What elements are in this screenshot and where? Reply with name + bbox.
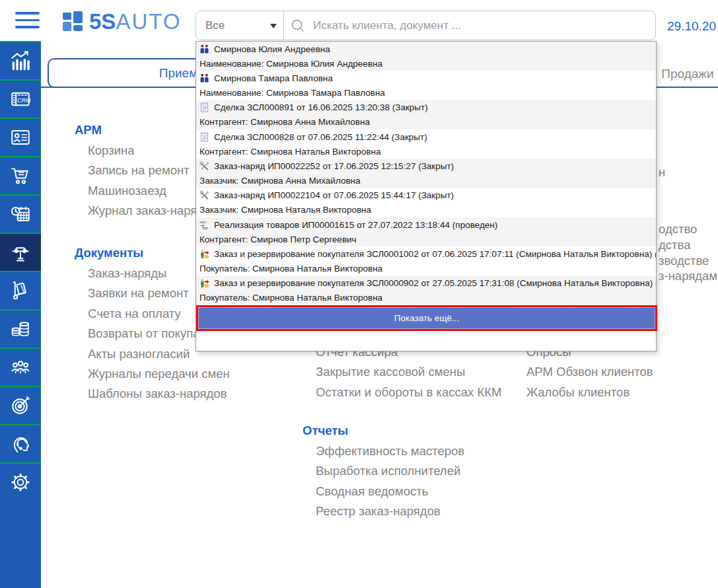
result-desc: Наименование: Смирнова Тамара Павловна: [196, 85, 656, 100]
reserve-order-icon: [199, 249, 210, 259]
tab-prodazhi[interactable]: Продажи: [659, 67, 716, 81]
svg-text:накл: накл: [200, 220, 207, 223]
sidebar-item-crm[interactable]: CRM: [0, 79, 41, 118]
search-result[interactable]: Заказ и резервирование покупателя ЗСЛ000…: [196, 246, 656, 276]
search-result[interactable]: наклРеализация товаров ИП00001615 от 27.…: [196, 217, 656, 246]
top-header: 5SAUTO Все 29.10.20: [0, 0, 718, 41]
menu-item-svodnaya-vedomost[interactable]: Сводная ведомость: [303, 482, 464, 501]
result-title: Реализация товаров ИП00001615 от 27.07.2…: [214, 220, 497, 230]
sidebar-item-analytics[interactable]: [0, 41, 41, 79]
deal-icon: [199, 132, 210, 142]
show-more-label: Показать ещё...: [394, 313, 460, 323]
search-scope-select[interactable]: Все: [196, 11, 284, 40]
workorder-icon: [199, 161, 210, 171]
menu-column-reports: Отчеты Эффективность мастеров Выработка …: [303, 420, 464, 522]
menu-item-arm-obzvon[interactable]: АРМ Обзвон клиентов: [513, 362, 653, 382]
search-result[interactable]: Заказ-наряд ИП00022252 от 17.06.2025 12:…: [196, 159, 656, 188]
analytics-icon: [9, 50, 32, 72]
menu-item-shablony[interactable]: Шаблоны заказ-нарядов: [75, 384, 230, 404]
menu-section-title: АРМ: [75, 120, 197, 141]
menu-item-ostatki-kkm[interactable]: Остатки и обороты в кассах ККМ: [303, 383, 501, 402]
menu-column-arm: АРМ Корзина Запись на ремонт Машинозаезд…: [75, 120, 197, 221]
result-title: Заказ и резервирование покупателя ЗСЛ000…: [214, 278, 656, 288]
result-title: Заказ-наряд ИП00022252 от 17.06.2025 12:…: [214, 161, 454, 171]
search-result[interactable]: Заказ-наряд ИП00022104 от 07.06.2025 15:…: [196, 188, 656, 217]
finance-icon: [9, 318, 32, 340]
menu-item-zhurnal-zakaz-naryadov[interactable]: Журнал заказ-наря: [75, 201, 197, 221]
sidebar-item-logistics[interactable]: [0, 271, 41, 309]
search-input[interactable]: [284, 11, 655, 40]
search-input-zone: [284, 11, 655, 40]
sidebar-item-settings[interactable]: [0, 462, 41, 501]
result-title: Смирнова Тамара Павловна: [214, 73, 333, 83]
global-search-control: Все: [196, 11, 656, 40]
search-result[interactable]: Смирнова Тамара Павловна Наименование: С…: [196, 71, 656, 100]
sidebar: CRM: [0, 41, 41, 588]
sidebar-item-support[interactable]: [0, 424, 41, 462]
menu-item-vyrabotka[interactable]: Выработка исполнителей: [303, 461, 464, 481]
result-title: Смирнова Юлия Андреевна: [214, 44, 330, 54]
menu-item-effektivnost-masterov[interactable]: Эффективность мастеров: [303, 441, 464, 461]
clipped-text-fragment: зводстве: [659, 254, 709, 268]
chevron-down-icon: [270, 24, 277, 28]
show-more-highlight: Показать ещё...: [198, 307, 655, 329]
clipped-text-fragment: з-нарядам: [659, 269, 717, 283]
result-title: Заказ-наряд ИП00022104 от 07.06.2025 15:…: [214, 190, 454, 200]
result-title: Сделка ЗСЛ000828 от 07.06.2025 11:22:44 …: [214, 132, 427, 142]
cart-icon: [9, 165, 32, 187]
menu-item-korzina[interactable]: Корзина: [75, 141, 197, 161]
sidebar-item-schedule[interactable]: [0, 194, 41, 233]
menu-item-zapis-na-remont[interactable]: Запись на ремонт: [75, 161, 197, 180]
search-icon: [291, 18, 305, 33]
search-result[interactable]: Сделка ЗСЛ000891 от 16.06.2025 13:20:38 …: [196, 100, 656, 129]
result-desc: Покупатель: Смирнова Наталья Викторовна: [196, 261, 656, 276]
settings-icon: [9, 471, 32, 494]
app-window: Прием Продажи АРМ Корзина Запись на ремо…: [0, 0, 718, 588]
logo-mark-icon: [63, 11, 84, 32]
search-results-dropdown: Смирнова Юлия Андреевна Наименование: См…: [196, 41, 657, 351]
sidebar-item-finance[interactable]: [0, 309, 41, 348]
result-desc: Наименование: Смирнова Юлия Андреевна: [196, 56, 656, 71]
workorder-icon: [199, 190, 210, 200]
staff-icon: [9, 356, 32, 379]
vehicle-service-icon: [9, 241, 32, 264]
schedule-icon: [9, 203, 32, 225]
menu-section-title: Отчеты: [303, 420, 464, 441]
result-desc: Заказчик: Смирнова Анна Михайловна: [196, 173, 656, 188]
result-desc: Контрагент: Смирнов Петр Сергеевич: [196, 232, 656, 246]
search-result[interactable]: Смирнова Юлия Андреевна Наименование: См…: [196, 42, 656, 71]
sidebar-item-vehicle-service[interactable]: [0, 233, 41, 271]
search-result[interactable]: Сделка ЗСЛ000828 от 07.06.2025 11:22:44 …: [196, 129, 656, 159]
search-result[interactable]: Заказ и резервирование покупателя ЗСЛ000…: [196, 276, 656, 305]
tab-priemka-label: Прием: [159, 66, 197, 81]
support-icon: [9, 433, 32, 455]
realization-icon: накл: [199, 220, 210, 230]
menu-item-zhurnaly-peredachi-smen[interactable]: Журналы передачи смен: [75, 364, 230, 384]
search-scope-value: Все: [205, 19, 225, 32]
clients-icon: [199, 73, 210, 83]
result-title: Сделка ЗСЛ000891 от 16.06.2025 13:20:38 …: [214, 102, 428, 112]
menu-item-reestr-zakaz-naryadov[interactable]: Реестр заказ-нарядов: [303, 501, 464, 521]
sidebar-item-purchases[interactable]: [0, 156, 41, 194]
result-desc: Покупатель: Смирнова Наталья Викторовна: [196, 291, 656, 305]
menu-item-zhaloby[interactable]: Жалобы клиентов: [513, 383, 653, 402]
menu-item-mashinozaezd[interactable]: Машинозаезд: [75, 181, 197, 201]
contacts-icon: [9, 126, 32, 149]
app-logo: 5SAUTO: [63, 9, 181, 34]
handtruck-icon: [9, 279, 32, 302]
clipped-text-fragment: дства: [659, 238, 690, 252]
hamburger-menu-button[interactable]: [15, 12, 40, 30]
sidebar-item-staff[interactable]: [0, 348, 41, 386]
svg-text:CRM: CRM: [17, 97, 30, 104]
result-title: Заказ и резервирование покупателя ЗСЛ000…: [214, 249, 656, 259]
menu-item-zakrytie-smeny[interactable]: Закрытие кассовой смены: [303, 362, 501, 382]
target-icon: [9, 394, 32, 417]
crm-icon: CRM: [9, 88, 32, 110]
sidebar-item-marketing[interactable]: [0, 386, 41, 424]
result-desc: Заказчик: Смирнова Наталья Викторовна: [196, 203, 656, 217]
sidebar-item-contacts[interactable]: [0, 118, 41, 156]
deal-icon: [199, 102, 210, 112]
result-desc: Контрагент: Смирнова Анна Михайловна: [196, 115, 656, 129]
clipped-text-fragment: н: [659, 165, 665, 180]
show-more-button[interactable]: Показать ещё...: [196, 305, 657, 331]
